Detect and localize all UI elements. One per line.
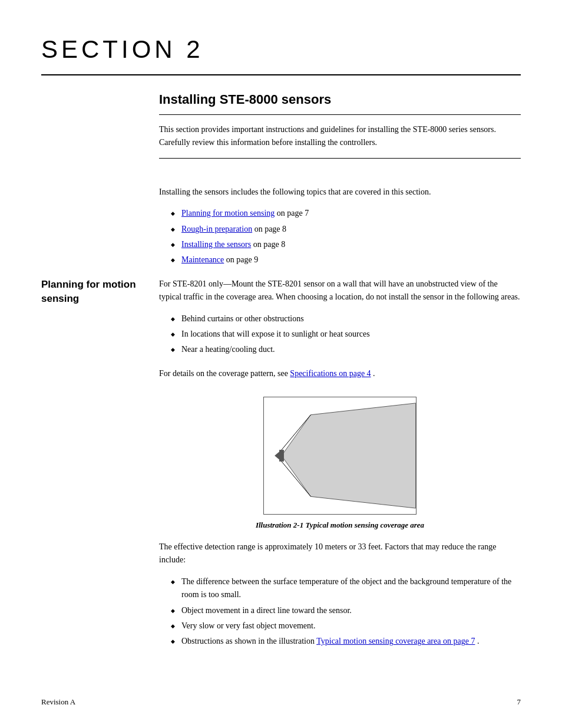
planning-content-col: For STE-8201 only—Mount the STE-8201 sen… (159, 278, 521, 659)
footer-page: 7 (517, 697, 521, 707)
planning-intro: For STE-8201 only—Mount the STE-8201 sen… (159, 278, 521, 304)
planning-details: For details on the coverage pattern, see… (159, 367, 521, 380)
range-factors-list: The difference between the surface tempe… (171, 575, 521, 648)
range-factor-4: Obstructions as shown in the illustratio… (171, 635, 521, 648)
illustration-container: Illustration 2-1 Typical motion sensing … (159, 397, 521, 530)
topics-list-item-1: Planning for motion sensing on page 7 (171, 207, 521, 220)
page: Section 2 Installing STE-8000 sensors Th… (0, 0, 562, 728)
link-specifications[interactable]: Specifications on page 4 (290, 369, 371, 378)
topics-intro: Installing the sensors includes the foll… (159, 186, 521, 199)
svg-marker-4 (275, 450, 282, 462)
topics-list-item-3: Installing the sensors on page 8 (171, 238, 521, 251)
topics-list-item-4: Maintenance on page 9 (171, 253, 521, 266)
installing-heading: Installing STE-8000 sensors (159, 92, 521, 107)
footer-revision: Revision A (41, 697, 75, 707)
footer: Revision A 7 (41, 697, 521, 707)
topics-list-item-2: Rough-in preparation on page 8 (171, 223, 521, 236)
intro-box: This section provides important instruct… (159, 114, 521, 159)
link-maintenance[interactable]: Maintenance (181, 255, 224, 264)
planning-section: Planning for motion sensing For STE-8201… (41, 278, 521, 659)
planning-bullet-3: Near a heating/cooling duct. (171, 343, 521, 356)
svg-marker-0 (282, 403, 416, 508)
planning-bullet-2: In locations that will expose it to sunl… (171, 328, 521, 341)
detection-range-text: The effective detection range is approxi… (159, 541, 521, 567)
intro-text: This section provides important instruct… (159, 123, 521, 150)
link-planning[interactable]: Planning for motion sensing (181, 209, 275, 218)
planning-heading: Planning for motion sensing (41, 278, 147, 306)
range-factor-3: Very slow or very fast object movement. (171, 620, 521, 633)
range-factor-1: The difference between the surface tempe… (171, 575, 521, 602)
planning-bullet-list: Behind curtains or other obstructions In… (171, 312, 521, 357)
link-typical-coverage[interactable]: Typical motion sensing coverage area on … (316, 637, 475, 645)
planning-heading-col: Planning for motion sensing (41, 278, 159, 659)
link-installing[interactable]: Installing the sensors (181, 240, 251, 249)
planning-bullet-1: Behind curtains or other obstructions (171, 312, 521, 325)
illustration-caption: Illustration 2-1 Typical motion sensing … (256, 521, 424, 530)
link-rough-in[interactable]: Rough-in preparation (181, 225, 252, 233)
section-title: Section 2 (41, 35, 521, 64)
section-divider (41, 74, 521, 75)
range-factor-2: Object movement in a direct line toward … (171, 604, 521, 617)
coverage-diagram (263, 397, 416, 515)
topics-list: Planning for motion sensing on page 7 Ro… (171, 207, 521, 267)
